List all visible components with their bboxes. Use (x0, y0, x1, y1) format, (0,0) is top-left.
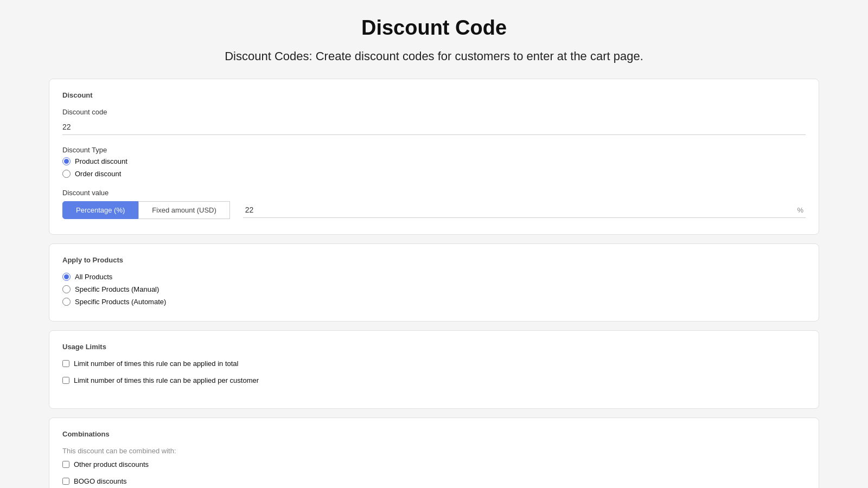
radio-product-discount[interactable]: Product discount (62, 157, 806, 165)
percentage-tab[interactable]: Percentage (%) (62, 201, 138, 219)
page-title: Discount Code (49, 16, 819, 40)
apply-products-group: All Products Specific Products (Manual) … (62, 273, 806, 306)
combinations-description: This discount can be combined with: (62, 447, 806, 455)
radio-specific-manual[interactable]: Specific Products (Manual) (62, 285, 806, 293)
discount-value-label: Discount value (62, 189, 806, 197)
checkbox-bogo-discounts[interactable]: BOGO discounts (62, 477, 806, 485)
radio-specific-automate[interactable]: Specific Products (Automate) (62, 298, 806, 306)
apply-section-title: Apply to Products (62, 256, 806, 264)
radio-all-products[interactable]: All Products (62, 273, 806, 281)
checkbox-other-product-discounts[interactable]: Other product discounts (62, 460, 806, 468)
checkbox-limit-customer[interactable]: Limit number of times this rule can be a… (62, 376, 806, 384)
discount-code-label: Discount code (62, 108, 806, 116)
usage-section-title: Usage Limits (62, 343, 806, 351)
checkbox-limit-total[interactable]: Limit number of times this rule can be a… (62, 359, 806, 368)
discount-code-input[interactable] (62, 119, 806, 135)
discount-section-title: Discount (62, 91, 806, 99)
page-subtitle: Discount Codes: Create discount codes fo… (49, 49, 819, 63)
radio-order-discount[interactable]: Order discount (62, 170, 806, 178)
combinations-card: Combinations This discount can be combin… (49, 418, 819, 488)
usage-limits-card: Usage Limits Limit number of times this … (49, 330, 819, 409)
apply-products-card: Apply to Products All Products Specific … (49, 243, 819, 322)
combinations-section-title: Combinations (62, 430, 806, 438)
discount-card: Discount Discount code Discount Type Pro… (49, 79, 819, 235)
fixed-amount-tab[interactable]: Fixed amount (USD) (138, 201, 229, 219)
value-input-wrap: % (243, 202, 806, 218)
discount-type-label: Discount Type (62, 146, 806, 154)
value-suffix: % (797, 206, 806, 214)
discount-value-row: Percentage (%) Fixed amount (USD) % (62, 201, 806, 219)
discount-type-group: Product discount Order discount (62, 157, 806, 178)
discount-value-input[interactable] (243, 202, 797, 217)
